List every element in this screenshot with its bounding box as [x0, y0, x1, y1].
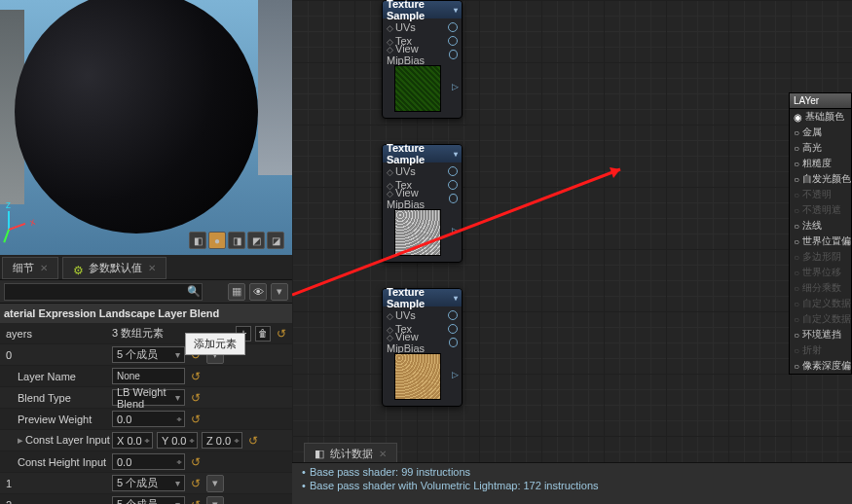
pin-label: 不透明遮 — [802, 203, 841, 217]
stats-line: Base pass shader: 99 instructions — [298, 465, 846, 479]
layer-name-field[interactable] — [112, 368, 185, 384]
pin-out-r[interactable] — [448, 180, 458, 190]
pin-label: 法线 — [802, 219, 822, 233]
details-search-input[interactable] — [4, 283, 203, 301]
pin-out-rgba[interactable] — [450, 351, 460, 398]
reset-button[interactable]: ↺ — [189, 477, 203, 490]
annotation-line — [292, 0, 852, 504]
texture-thumb[interactable] — [394, 209, 441, 256]
preview-weight-field[interactable]: 0.0◂▸ — [112, 411, 185, 427]
pin-bias[interactable]: View MipBias — [387, 43, 449, 66]
node-header[interactable]: Texture Sample▾ — [383, 1, 462, 18]
pin-out-rgb[interactable] — [448, 310, 458, 320]
dropdown-button[interactable]: ▾ — [271, 283, 288, 301]
pin-out-g[interactable] — [449, 50, 458, 59]
blend-type-dropdown[interactable]: LB Weight Blend — [112, 389, 185, 406]
prop-label-idx1[interactable]: 1 — [0, 478, 112, 489]
pin-bias[interactable]: View MipBias — [387, 187, 449, 210]
matrix-view-button[interactable]: ▦ — [228, 283, 245, 301]
prop-label-idx0[interactable]: 0 — [0, 349, 112, 361]
pin-out-g[interactable] — [449, 194, 458, 203]
pin-uvs[interactable]: UVs — [387, 309, 416, 321]
pin-out-r[interactable] — [448, 324, 458, 334]
reset-button[interactable]: ↺ — [189, 455, 203, 469]
pin-icon — [794, 204, 799, 216]
pin-label: 像素深度偏 — [802, 359, 851, 373]
tab-label: 细节 — [13, 261, 34, 275]
node-texture-sample-1[interactable]: Texture Sample▾ UVs Tex View MipBias — [382, 0, 463, 119]
reset-button[interactable]: ↺ — [189, 498, 203, 505]
close-icon[interactable]: ✕ — [40, 263, 48, 273]
vp-shape-cube-button[interactable]: ◩ — [247, 232, 265, 249]
output-pin[interactable]: 基础颜色 — [790, 109, 851, 125]
visibility-filter-button[interactable] — [249, 283, 267, 301]
pin-uvs[interactable]: UVs — [387, 165, 416, 177]
clear-elements-button[interactable] — [255, 326, 271, 342]
const-layer-y-field[interactable]: Y 0.0◂▸ — [157, 432, 198, 449]
output-pin[interactable]: 环境遮挡 — [790, 327, 851, 342]
reset-button[interactable]: ↺ — [189, 413, 203, 426]
pin-icon — [794, 220, 799, 232]
output-pin: 不透明 — [790, 187, 851, 202]
close-icon[interactable]: ✕ — [148, 263, 156, 273]
pin-out-rgb[interactable] — [448, 22, 458, 32]
pin-label: 金属 — [802, 126, 822, 139]
viewport-toolbar: ◧ ● ◨ ◩ ◪ — [189, 232, 284, 249]
const-height-field[interactable]: 0.0◂▸ — [112, 453, 185, 470]
const-layer-x-field[interactable]: X 0.0◂▸ — [112, 432, 153, 449]
pin-icon — [794, 251, 799, 263]
vp-shape-sphere-button[interactable]: ● — [208, 232, 226, 249]
output-pin[interactable]: 粗糙度 — [790, 156, 851, 171]
close-icon[interactable]: ✕ — [379, 449, 387, 459]
expand-button[interactable]: ▾ — [206, 475, 224, 492]
vp-shape-custom-button[interactable]: ◪ — [267, 232, 284, 249]
pin-uvs[interactable]: UVs — [387, 21, 416, 33]
output-pin[interactable]: 自发光颜色 — [790, 171, 851, 187]
reset-button[interactable]: ↺ — [189, 370, 203, 383]
reset-button[interactable]: ↺ — [275, 327, 288, 341]
node-texture-sample-3[interactable]: Texture Sample▾ UVs Tex View MipBias — [382, 288, 463, 407]
pin-icon — [794, 111, 802, 123]
prop-label-idx2[interactable]: 2 — [0, 499, 112, 505]
pin-label: 世界位移 — [802, 266, 841, 279]
member-dropdown[interactable]: 5 个成员 — [112, 346, 185, 363]
expand-button[interactable]: ▾ — [206, 496, 224, 505]
vp-shape-plane-button[interactable]: ◨ — [228, 232, 245, 249]
axis-gizmo — [4, 204, 33, 234]
pin-label: 环境遮挡 — [802, 328, 841, 342]
vp-shape-cylinder-button[interactable]: ◧ — [189, 232, 206, 249]
pin-out-rgba[interactable] — [450, 63, 460, 110]
const-layer-z-field[interactable]: Z 0.0◂▸ — [202, 432, 242, 449]
output-pin[interactable]: 金属 — [790, 125, 851, 140]
search-lens-icon[interactable]: 🔍 — [185, 283, 203, 301]
node-texture-sample-2[interactable]: Texture Sample▾ UVs Tex View MipBias — [382, 144, 463, 263]
output-pin[interactable]: 世界位置偏 — [790, 234, 851, 249]
pin-bias[interactable]: View MipBias — [387, 331, 449, 354]
member-dropdown[interactable]: 5 个成员 — [112, 496, 185, 504]
output-pin[interactable]: 法线 — [790, 218, 851, 234]
output-pin[interactable]: 像素深度偏 — [790, 358, 851, 374]
tab-param-defaults[interactable]: 参数默认值✕ — [62, 257, 167, 279]
pin-icon — [794, 344, 799, 356]
pin-out-rgba[interactable] — [450, 207, 460, 254]
member-dropdown[interactable]: 5 个成员 — [112, 475, 185, 491]
texture-thumb[interactable] — [394, 353, 441, 400]
texture-thumb[interactable] — [394, 65, 441, 112]
pin-out-r[interactable] — [448, 36, 458, 46]
pin-out-g[interactable] — [449, 338, 458, 347]
material-graph[interactable]: Texture Sample▾ UVs Tex View MipBias Tex… — [292, 0, 852, 504]
node-header[interactable]: Texture Sample▾ — [383, 145, 462, 162]
tab-details[interactable]: 细节✕ — [2, 257, 58, 279]
pin-icon — [794, 158, 799, 169]
reset-button[interactable]: ↺ — [189, 391, 203, 405]
section-header: aterial Expression Landscape Layer Blend — [0, 304, 292, 323]
pin-out-rgb[interactable] — [448, 166, 458, 176]
gear-icon — [73, 264, 83, 273]
material-output-panel[interactable]: LAYer 基础颜色金属高光粗糙度自发光颜色不透明不透明遮法线世界位置偏多边形阴… — [789, 92, 852, 375]
material-preview-viewport[interactable]: ◧ ● ◨ ◩ ◪ — [0, 0, 292, 255]
node-header[interactable]: Texture Sample▾ — [383, 289, 462, 306]
reset-button[interactable]: ↺ — [246, 434, 260, 448]
prop-label-const-layer[interactable]: ▸Const Layer Input — [0, 434, 112, 447]
output-pin[interactable]: 高光 — [790, 140, 851, 156]
stats-panel: Base pass shader: 99 instructions Base p… — [292, 462, 852, 504]
